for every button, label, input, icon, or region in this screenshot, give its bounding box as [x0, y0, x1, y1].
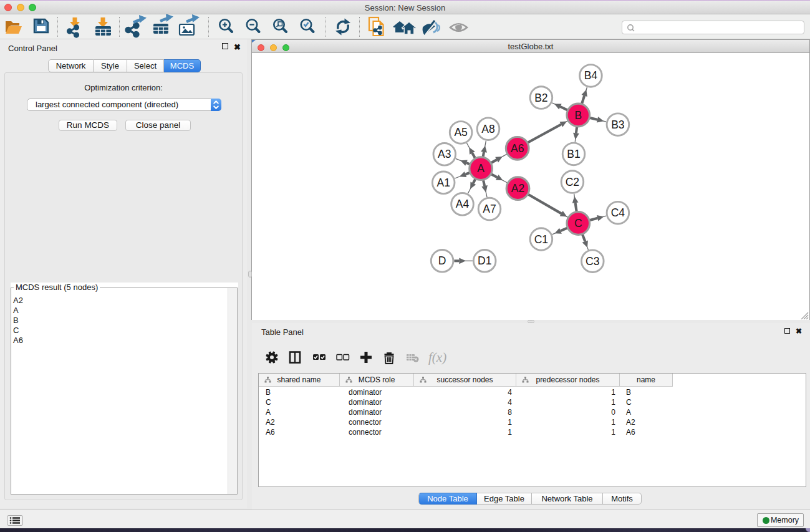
svg-text:A3: A3	[438, 148, 451, 160]
svg-text:A7: A7	[483, 203, 496, 215]
svg-text:C2: C2	[566, 176, 579, 188]
svg-text:A8: A8	[481, 123, 494, 135]
svg-text:A2: A2	[511, 182, 524, 195]
svg-text:A1: A1	[436, 177, 450, 189]
svg-text:A4: A4	[456, 198, 470, 210]
svg-text:f(x): f(x)	[428, 350, 446, 365]
svg-text:D: D	[438, 254, 446, 267]
svg-text:B2: B2	[534, 92, 547, 104]
svg-text:B: B	[574, 109, 582, 122]
svg-text:B3: B3	[611, 118, 624, 131]
svg-text:C4: C4	[611, 206, 625, 219]
svg-text:A5: A5	[454, 126, 467, 138]
svg-text:C1: C1	[534, 233, 548, 246]
svg-text:A6: A6	[511, 142, 524, 155]
svg-text:B1: B1	[567, 148, 580, 160]
svg-text:C: C	[574, 217, 582, 230]
svg-text:D1: D1	[478, 254, 491, 267]
svg-text:B4: B4	[584, 69, 598, 82]
svg-text:C3: C3	[586, 255, 599, 268]
svg-text:A: A	[477, 162, 485, 175]
